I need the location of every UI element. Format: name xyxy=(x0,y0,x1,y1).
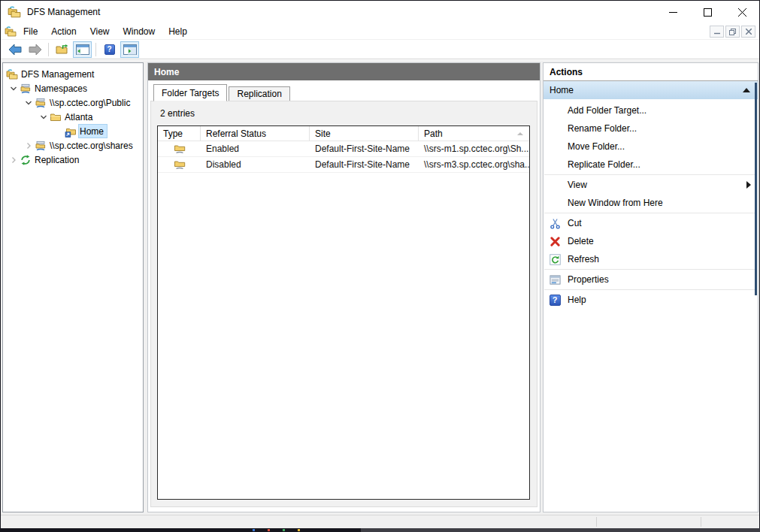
minimize-button[interactable] xyxy=(656,1,690,23)
console-tree-icon xyxy=(76,44,89,55)
tree-item-label: Namespaces xyxy=(35,83,87,94)
action-rename-folder[interactable]: Rename Folder... xyxy=(544,119,758,138)
chevron-collapsed-icon[interactable] xyxy=(8,154,20,166)
actions-section-home[interactable]: Home xyxy=(544,81,758,99)
action-help[interactable]: ?Help xyxy=(544,291,758,309)
back-arrow-icon xyxy=(8,43,23,56)
minimize-icon xyxy=(669,8,677,17)
tab-replication[interactable]: Replication xyxy=(229,86,289,101)
collapse-section-icon[interactable] xyxy=(743,88,750,92)
child-close-icon xyxy=(746,29,752,35)
maximize-button[interactable] xyxy=(690,1,725,23)
dfs-folder-icon xyxy=(65,125,77,138)
delete-icon xyxy=(548,235,562,248)
chevron-expanded-icon[interactable] xyxy=(8,83,20,95)
actions-scrollbar-thumb[interactable] xyxy=(755,83,757,295)
tab-label: Folder Targets xyxy=(162,88,219,98)
maximize-icon xyxy=(704,8,712,17)
action-properties[interactable]: Properties xyxy=(544,271,758,289)
show-hide-console-tree-button[interactable] xyxy=(73,41,92,58)
child-close-button[interactable] xyxy=(741,26,755,38)
forward-button[interactable] xyxy=(26,41,44,58)
action-refresh[interactable]: Refresh xyxy=(544,250,758,268)
chevron-collapsed-icon[interactable] xyxy=(23,140,35,152)
namespace-icon xyxy=(35,140,47,152)
menu-help[interactable]: Help xyxy=(162,26,194,37)
table-row[interactable]: Disabled Default-First-Site-Name \\srs-m… xyxy=(158,157,529,173)
namespaces-icon xyxy=(20,83,32,95)
desktop: DFS Management File Action View Window H… xyxy=(0,0,760,532)
action-new-window-from-here[interactable]: New Window from Here xyxy=(544,194,758,212)
taskbar-pixel xyxy=(298,529,300,531)
taskbar-edge xyxy=(0,528,760,532)
close-icon xyxy=(738,8,746,17)
child-window-controls xyxy=(710,26,755,38)
export-list-button[interactable] xyxy=(53,41,71,58)
tree-item-atlanta[interactable]: Atlanta xyxy=(3,110,143,124)
folder-targets-tab-page: 2 entries Type Referral Status Site Path xyxy=(150,101,537,507)
tree-item-namespace-public[interactable]: \\sp.cctec.org\Public xyxy=(3,95,143,110)
results-pane-title: Home xyxy=(154,67,179,77)
tree-item-label: Replication xyxy=(35,155,79,165)
column-header-path[interactable]: Path xyxy=(419,126,529,141)
cell-path: \\srs-m1.sp.cctec.org\Sh... xyxy=(419,144,529,154)
app-logo-icon xyxy=(8,5,21,19)
tree-item-label: \\sp.cctec.org\shares xyxy=(50,141,133,151)
tree-item-namespaces[interactable]: Namespaces xyxy=(3,81,143,95)
menu-window[interactable]: Window xyxy=(117,26,162,37)
close-button[interactable] xyxy=(725,1,759,23)
folder-target-icon xyxy=(158,143,201,155)
tree-item-label: DFS Management xyxy=(21,69,94,80)
child-restore-icon xyxy=(729,29,736,35)
tree-item-home[interactable]: Home xyxy=(3,124,143,138)
properties-icon xyxy=(548,274,562,286)
menu-file[interactable]: File xyxy=(17,26,44,37)
column-header-referral-status[interactable]: Referral Status xyxy=(201,126,310,141)
tab-folder-targets[interactable]: Folder Targets xyxy=(153,84,227,101)
tree-item-dfs-management[interactable]: DFS Management xyxy=(3,67,143,81)
menu-action[interactable]: Action xyxy=(44,26,83,37)
actions-separator xyxy=(544,174,757,175)
child-restore-button[interactable] xyxy=(725,26,740,38)
action-move-folder[interactable]: Move Folder... xyxy=(544,138,758,156)
help-icon: ? xyxy=(104,44,115,55)
taskbar-pixel xyxy=(268,529,270,531)
replication-icon xyxy=(20,154,32,166)
cell-site: Default-First-Site-Name xyxy=(310,159,419,170)
list-header-row: Type Referral Status Site Path xyxy=(158,126,529,141)
action-replicate-folder[interactable]: Replicate Folder... xyxy=(544,156,758,174)
action-delete[interactable]: Delete xyxy=(544,232,758,250)
dfs-management-window: DFS Management File Action View Window H… xyxy=(1,1,759,528)
dfs-root-icon xyxy=(6,68,18,80)
window-title: DFS Management xyxy=(27,7,100,17)
tree-item-namespace-shares[interactable]: \\sp.cctec.org\shares xyxy=(3,138,143,153)
column-header-type[interactable]: Type xyxy=(158,126,201,141)
taskbar-pixel xyxy=(253,529,255,531)
actions-pane-title: Actions xyxy=(544,63,758,81)
action-cut[interactable]: Cut xyxy=(544,214,758,232)
console-logo-icon xyxy=(5,26,17,38)
status-bar-separator xyxy=(701,517,701,527)
chevron-expanded-icon[interactable] xyxy=(23,97,35,109)
column-header-site[interactable]: Site xyxy=(310,126,419,141)
table-row[interactable]: Enabled Default-First-Site-Name \\srs-m1… xyxy=(158,141,529,157)
toolbar-separator xyxy=(48,43,49,56)
show-hide-action-pane-button[interactable] xyxy=(120,41,139,58)
actions-separator xyxy=(544,289,757,290)
workspace: DFS Management Namespaces xyxy=(1,60,759,515)
cell-referral-status: Disabled xyxy=(201,159,310,170)
title-bar: DFS Management xyxy=(1,1,759,23)
actions-separator xyxy=(544,269,757,270)
tree-item-replication[interactable]: Replication xyxy=(3,153,143,167)
back-button[interactable] xyxy=(5,41,24,58)
folder-targets-list: Type Referral Status Site Path Enabled xyxy=(157,125,530,500)
menu-view[interactable]: View xyxy=(83,26,117,37)
child-minimize-button[interactable] xyxy=(710,26,724,38)
help-button[interactable]: ? xyxy=(100,41,119,58)
chevron-expanded-icon[interactable] xyxy=(38,111,50,123)
submenu-arrow-icon xyxy=(746,181,751,189)
cell-site: Default-First-Site-Name xyxy=(310,144,419,154)
action-view[interactable]: View xyxy=(544,176,758,194)
action-add-folder-target[interactable]: Add Folder Target... xyxy=(544,101,758,119)
selected-tree-node: Home xyxy=(78,124,107,138)
